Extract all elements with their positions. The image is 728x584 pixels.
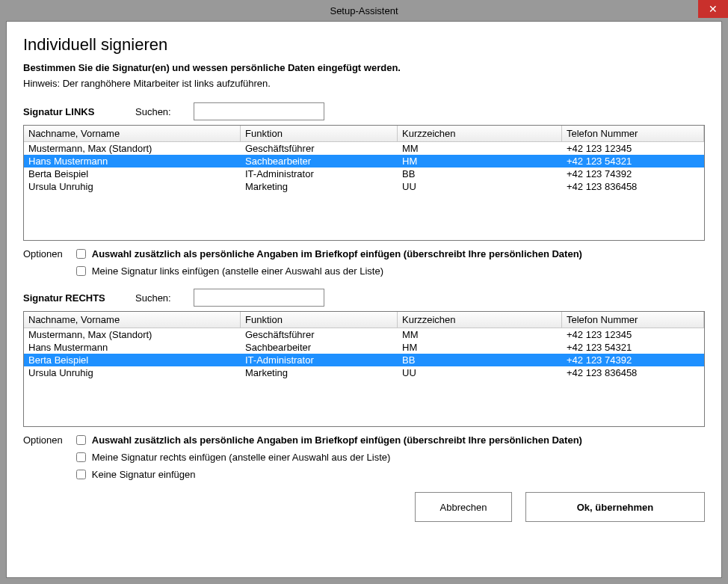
- left-opt-letterhead-checkbox[interactable]: [76, 249, 86, 259]
- col-func[interactable]: Funktion: [241, 126, 398, 142]
- col-name[interactable]: Nachname, Vorname: [24, 126, 241, 142]
- hint-text: Hinweis: Der ranghöhere Mitarbeiter ist …: [23, 78, 705, 89]
- right-search-input[interactable]: [194, 289, 324, 307]
- cell-name: Hans Mustermann: [24, 155, 241, 167]
- table-row[interactable]: Hans MustermannSachbearbeiterHM+42 123 5…: [24, 155, 704, 167]
- col-phone[interactable]: Telefon Nummer: [562, 312, 704, 328]
- page-title: Individuell signieren: [23, 35, 705, 55]
- cell-short: MM: [398, 142, 562, 155]
- right-options-block: Optionen Auswahl zusätzlich als persönli…: [23, 434, 705, 480]
- cancel-button[interactable]: Abbrechen: [415, 492, 512, 522]
- table-row[interactable]: Hans MustermannSachbearbeiterHM+42 123 5…: [24, 341, 704, 354]
- cell-phone: +42 123 836458: [562, 180, 704, 193]
- cell-phone: +42 123 74392: [562, 354, 704, 366]
- cell-short: UU: [398, 180, 562, 193]
- close-icon: ✕: [709, 3, 718, 15]
- right-opt-no-signature-checkbox[interactable]: [76, 470, 86, 479]
- left-section-title: Signatur LINKS: [23, 106, 113, 117]
- cell-name: Mustermann, Max (Standort): [24, 328, 241, 341]
- client-area: Individuell signieren Bestimmen Sie die …: [6, 21, 722, 578]
- cell-func: Sachbearbeiter: [241, 341, 398, 354]
- cell-name: Mustermann, Max (Standort): [24, 142, 241, 155]
- left-section-head: Signatur LINKS Suchen:: [23, 102, 705, 120]
- left-opt-own-signature-checkbox[interactable]: [76, 266, 86, 276]
- cell-phone: +42 123 12345: [562, 142, 704, 155]
- button-bar: Abbrechen Ok, übernehmen: [23, 492, 705, 522]
- window-title: Setup-Assistent: [330, 5, 398, 16]
- left-options-label: Optionen: [23, 248, 63, 277]
- cell-name: Ursula Unruhig: [24, 180, 241, 193]
- table-row[interactable]: Berta BeispielIT-AdministratorBB+42 123 …: [24, 167, 704, 180]
- titlebar: Setup-Assistent ✕: [0, 0, 728, 21]
- cell-func: Geschäftsführer: [241, 142, 398, 155]
- cell-name: Hans Mustermann: [24, 341, 241, 354]
- cell-short: UU: [398, 366, 562, 379]
- cell-func: IT-Administrator: [241, 167, 398, 180]
- col-short[interactable]: Kurzzeichen: [398, 126, 562, 142]
- table-row[interactable]: Berta BeispielIT-AdministratorBB+42 123 …: [24, 354, 704, 366]
- col-phone[interactable]: Telefon Nummer: [562, 126, 704, 142]
- right-search-label: Suchen:: [135, 292, 171, 304]
- table-row[interactable]: Ursula UnruhigMarketingUU+42 123 836458: [24, 366, 704, 379]
- cell-func: Marketing: [241, 180, 398, 193]
- close-button[interactable]: ✕: [698, 0, 728, 18]
- cell-phone: +42 123 54321: [562, 341, 704, 354]
- col-short[interactable]: Kurzzeichen: [398, 312, 562, 328]
- right-section-title: Signatur RECHTS: [23, 292, 113, 304]
- left-person-list[interactable]: Nachname, Vorname Funktion Kurzzeichen T…: [23, 125, 705, 241]
- right-opt-letterhead: Auswahl zusätzlich als persönliche Angab…: [76, 434, 582, 446]
- right-list-header: Nachname, Vorname Funktion Kurzzeichen T…: [24, 312, 704, 328]
- table-row[interactable]: Mustermann, Max (Standort)Geschäftsführe…: [24, 142, 704, 155]
- right-opt-letterhead-checkbox[interactable]: [76, 435, 86, 445]
- right-opt-letterhead-label: Auswahl zusätzlich als persönliche Angab…: [92, 434, 582, 446]
- cell-func: Geschäftsführer: [241, 328, 398, 341]
- right-opt-own-signature-checkbox[interactable]: [76, 452, 86, 462]
- cell-phone: +42 123 12345: [562, 328, 704, 341]
- left-opt-own-signature: Meine Signatur links einfügen (anstelle …: [76, 265, 582, 277]
- cell-func: IT-Administrator: [241, 354, 398, 366]
- cell-phone: +42 123 74392: [562, 167, 704, 180]
- right-opt-no-signature: Keine Signatur einfügen: [76, 469, 582, 480]
- cell-short: BB: [398, 167, 562, 180]
- left-opt-letterhead-label: Auswahl zusätzlich als persönliche Angab…: [92, 248, 582, 259]
- cell-name: Ursula Unruhig: [24, 366, 241, 379]
- left-options-block: Optionen Auswahl zusätzlich als persönli…: [23, 248, 705, 277]
- cell-short: BB: [398, 354, 562, 366]
- cell-short: MM: [398, 328, 562, 341]
- table-row[interactable]: Ursula UnruhigMarketingUU+42 123 836458: [24, 180, 704, 193]
- setup-wizard-window: Setup-Assistent ✕ Individuell signieren …: [0, 0, 728, 584]
- cell-short: HM: [398, 341, 562, 354]
- left-search-input[interactable]: [194, 102, 324, 120]
- right-opt-no-signature-label: Keine Signatur einfügen: [92, 469, 196, 480]
- right-opt-own-signature: Meine Signatur rechts einfügen (anstelle…: [76, 452, 582, 463]
- cell-func: Marketing: [241, 366, 398, 379]
- left-opt-letterhead: Auswahl zusätzlich als persönliche Angab…: [76, 248, 582, 259]
- right-opt-own-signature-label: Meine Signatur rechts einfügen (anstelle…: [92, 452, 391, 463]
- left-search-label: Suchen:: [135, 106, 171, 117]
- left-opt-own-signature-label: Meine Signatur links einfügen (anstelle …: [92, 265, 383, 277]
- lead-text: Bestimmen Sie die Signatur(en) und wesse…: [23, 62, 705, 73]
- cell-phone: +42 123 836458: [562, 366, 704, 379]
- ok-button[interactable]: Ok, übernehmen: [525, 492, 705, 522]
- cell-short: HM: [398, 155, 562, 167]
- col-name[interactable]: Nachname, Vorname: [24, 312, 241, 328]
- cell-phone: +42 123 54321: [562, 155, 704, 167]
- cell-name: Berta Beispiel: [24, 167, 241, 180]
- right-section-head: Signatur RECHTS Suchen:: [23, 289, 705, 307]
- cell-name: Berta Beispiel: [24, 354, 241, 366]
- cell-func: Sachbearbeiter: [241, 155, 398, 167]
- right-person-list[interactable]: Nachname, Vorname Funktion Kurzzeichen T…: [23, 311, 705, 427]
- table-row[interactable]: Mustermann, Max (Standort)Geschäftsführe…: [24, 328, 704, 341]
- right-options-label: Optionen: [23, 434, 63, 480]
- col-func[interactable]: Funktion: [241, 312, 398, 328]
- left-list-header: Nachname, Vorname Funktion Kurzzeichen T…: [24, 126, 704, 142]
